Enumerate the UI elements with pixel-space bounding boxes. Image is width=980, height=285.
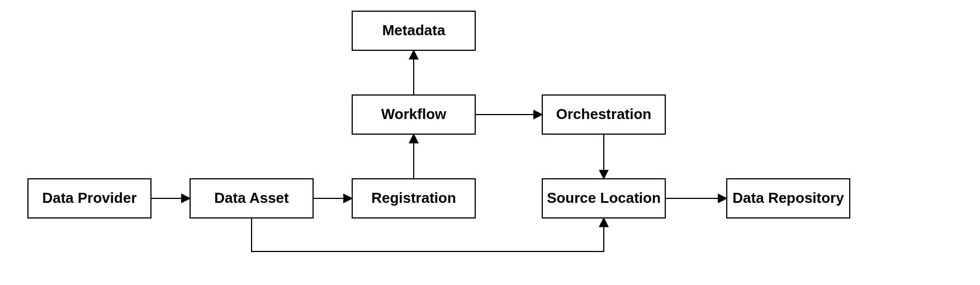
node-label-data-provider: Data Provider (42, 189, 136, 206)
node-data-repository: Data Repository (727, 179, 850, 218)
node-orchestration: Orchestration (542, 95, 665, 134)
diagram-canvas: Data ProviderData AssetRegistrationWorkf… (0, 0, 980, 285)
node-label-data-asset: Data Asset (214, 189, 289, 206)
node-label-metadata: Metadata (382, 22, 446, 39)
node-label-orchestration: Orchestration (556, 106, 652, 122)
node-label-source-location: Source Location (547, 189, 661, 206)
node-data-asset: Data Asset (190, 179, 313, 218)
edge-data-asset-to-source-location (252, 218, 604, 251)
node-label-data-repository: Data Repository (732, 189, 844, 206)
node-label-registration: Registration (371, 189, 456, 206)
node-registration: Registration (352, 179, 475, 218)
node-metadata: Metadata (352, 11, 475, 50)
node-workflow: Workflow (352, 95, 475, 134)
node-data-provider: Data Provider (28, 179, 151, 218)
node-label-workflow: Workflow (381, 106, 447, 122)
node-source-location: Source Location (542, 179, 665, 218)
